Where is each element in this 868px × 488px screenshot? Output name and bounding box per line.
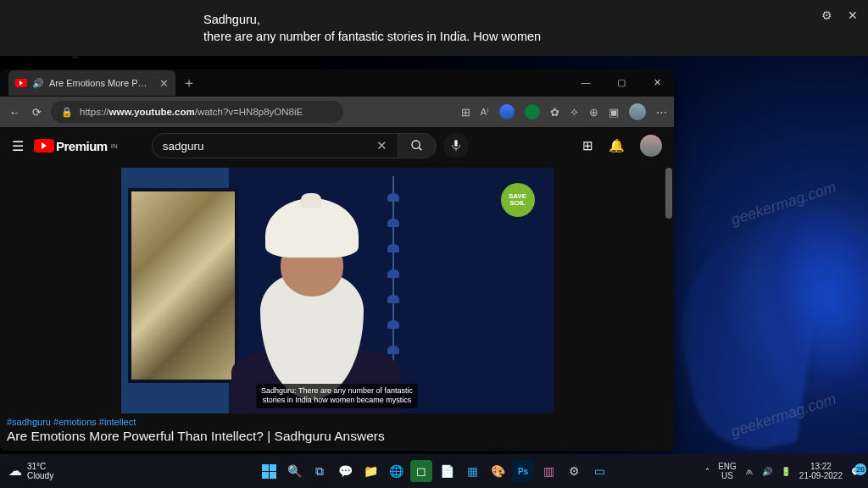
browser-menu-icon[interactable]: ⋯ [656, 106, 667, 119]
svg-rect-2 [454, 140, 458, 147]
video-player[interactable]: SAVESOIL Sadhguru: There are any number … [121, 168, 554, 413]
nav-back-button[interactable]: ← [7, 106, 22, 119]
browser-window: 🔊 Are Emotions More Powerfu ✕ ＋ — ▢ ✕ ← … [0, 69, 674, 451]
app-icon[interactable]: 📄 [436, 460, 458, 482]
shopping-icon[interactable]: ⊞ [461, 106, 470, 119]
photoshop-icon[interactable]: Ps [512, 460, 534, 482]
paint-icon[interactable]: 🎨 [487, 460, 509, 482]
desktop-wallpaper-bloom [661, 200, 868, 461]
start-button[interactable] [258, 460, 280, 482]
caption-settings-icon[interactable]: ⚙ [821, 8, 832, 22]
extensions-icon[interactable]: ✿ [550, 106, 559, 119]
search-icon [410, 139, 424, 152]
new-tab-button[interactable]: ＋ [182, 76, 196, 90]
weather-icon: ☁ [8, 463, 22, 479]
search-clear-icon[interactable]: ✕ [376, 138, 387, 153]
wifi-icon[interactable]: ⩕ [745, 467, 754, 476]
grammarly-icon[interactable] [525, 104, 540, 119]
lock-icon: 🔒 [59, 107, 75, 118]
svg-point-0 [412, 141, 420, 148]
collections-icon[interactable]: ⊕ [589, 106, 598, 119]
tab-close-icon[interactable]: ✕ [159, 77, 169, 90]
hamburger-menu-icon[interactable]: ☰ [12, 138, 24, 154]
youtube-region: IN [111, 142, 118, 150]
video-hashtags[interactable]: #sadhguru #emotions #intellect [0, 413, 674, 429]
app-icon[interactable]: ▦ [461, 460, 483, 482]
browser-address-bar: ← ⟳ 🔒 https://www.youtube.com/watch?v=HN… [0, 97, 674, 127]
live-caption-bar: Sadhguru, there are any number of fantas… [0, 0, 868, 56]
window-maximize-button[interactable]: ▢ [609, 77, 633, 88]
youtube-logo[interactable]: Premium IN [34, 139, 118, 153]
notification-center-icon[interactable]: 💬 [851, 467, 861, 476]
tab-title: Are Emotions More Powerfu [49, 78, 151, 88]
youtube-header: ☰ Premium IN ✕ ⊞ 🔔 [0, 127, 674, 164]
taskbar-system-tray: ˄ ENGUS ⩕ 🔊 🔋 13:2221-09-2022 💬 [705, 462, 868, 480]
taskbar-chat-icon[interactable]: 💬 [334, 460, 356, 482]
language-indicator[interactable]: ENGUS [718, 462, 737, 480]
video-title: Are Emotions More Powerful Than Intellec… [0, 429, 674, 447]
live-caption-text: Sadhguru, there are any number of fantas… [203, 11, 541, 46]
favorites-icon[interactable]: ✧ [570, 106, 579, 119]
youtube-favicon [15, 79, 27, 87]
settings-icon[interactable]: ⚙ [563, 460, 585, 482]
mic-icon [451, 140, 461, 152]
taskbar-search-icon[interactable]: 🔍 [283, 460, 305, 482]
taskbar-weather-widget[interactable]: ☁ 31°C Cloudy [0, 462, 53, 480]
tab-audio-icon[interactable]: 🔊 [32, 78, 44, 89]
extension-icon[interactable] [499, 104, 515, 119]
edge-icon[interactable]: 🌐 [385, 460, 407, 482]
weather-temp: 31°C [27, 462, 53, 471]
youtube-search-input[interactable] [163, 140, 376, 152]
voice-search-button[interactable] [443, 133, 469, 158]
windows-taskbar: ☁ 31°C Cloudy 🔍 ⧉ 💬 📁 🌐 ◻ 📄 ▦ 🎨 Ps ▥ ⚙ ▭… [0, 454, 868, 488]
youtube-content: SAVESOIL Sadhguru: There are any number … [0, 164, 674, 451]
svg-line-1 [419, 147, 421, 150]
app-icon[interactable]: ▥ [537, 460, 559, 482]
youtube-search-box[interactable]: ✕ [152, 133, 398, 158]
url-text: https://www.youtube.com/watch?v=HN8p8yON… [80, 107, 303, 117]
save-soil-badge: SAVESOIL [501, 183, 535, 217]
nav-refresh-button[interactable]: ⟳ [29, 106, 44, 119]
window-close-button[interactable]: ✕ [645, 77, 669, 88]
browser-profile-avatar[interactable] [629, 103, 646, 120]
youtube-play-icon [34, 139, 54, 152]
window-minimize-button[interactable]: — [574, 77, 598, 87]
video-subject-figure [231, 198, 401, 413]
scrollbar-thumb[interactable] [665, 168, 672, 219]
weather-desc: Cloudy [27, 471, 53, 480]
browser-titlebar[interactable]: 🔊 Are Emotions More Powerfu ✕ ＋ — ▢ ✕ [0, 69, 674, 97]
volume-icon[interactable]: 🔊 [762, 467, 772, 476]
taskbar-center-apps: 🔍 ⧉ 💬 📁 🌐 ◻ 📄 ▦ 🎨 Ps ▥ ⚙ ▭ [258, 460, 610, 482]
read-aloud-icon[interactable]: A⁾ [481, 107, 489, 118]
youtube-avatar[interactable] [640, 135, 662, 157]
app-icon[interactable]: ◻ [410, 460, 432, 482]
youtube-search-button[interactable] [398, 133, 437, 158]
file-explorer-icon[interactable]: 📁 [359, 460, 381, 482]
task-view-icon[interactable]: ⧉ [309, 460, 331, 482]
create-button[interactable]: ⊞ [582, 138, 593, 153]
youtube-brand-text: Premium [56, 139, 108, 153]
browser-tab[interactable]: 🔊 Are Emotions More Powerfu ✕ [8, 70, 175, 96]
video-closed-caption: Sadhguru: There are any number of fantas… [256, 384, 418, 408]
taskbar-clock[interactable]: 13:2221-09-2022 [799, 462, 843, 480]
notifications-icon[interactable]: 🔔 [609, 138, 625, 153]
office-icon[interactable]: ▣ [609, 106, 619, 119]
caption-close-icon[interactable]: ✕ [848, 8, 858, 22]
tray-chevron-icon[interactable]: ˄ [705, 467, 709, 476]
battery-icon[interactable]: 🔋 [781, 467, 791, 476]
video-background-art [128, 188, 238, 383]
app-icon[interactable]: ▭ [588, 460, 610, 482]
url-input[interactable]: 🔒 https://www.youtube.com/watch?v=HN8p8y… [51, 101, 343, 123]
